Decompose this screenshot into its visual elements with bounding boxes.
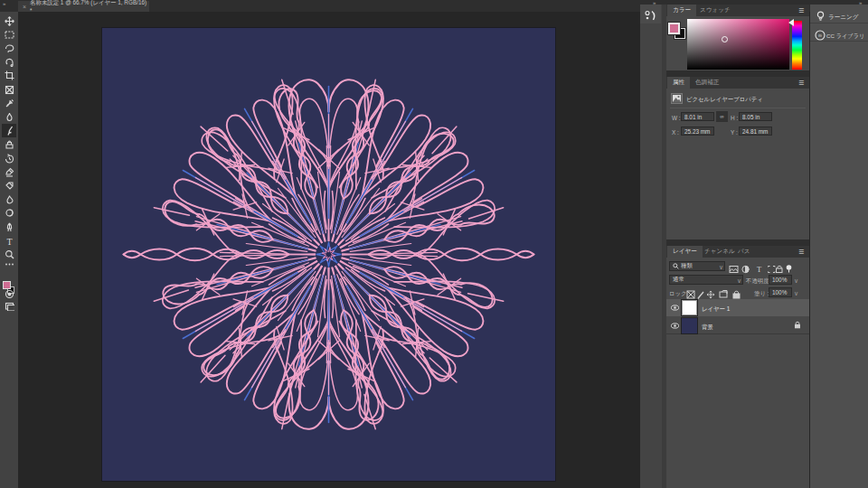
svg-text:∞: ∞ — [818, 33, 822, 38]
svg-text:T: T — [757, 265, 762, 274]
svg-text:T: T — [6, 236, 12, 246]
